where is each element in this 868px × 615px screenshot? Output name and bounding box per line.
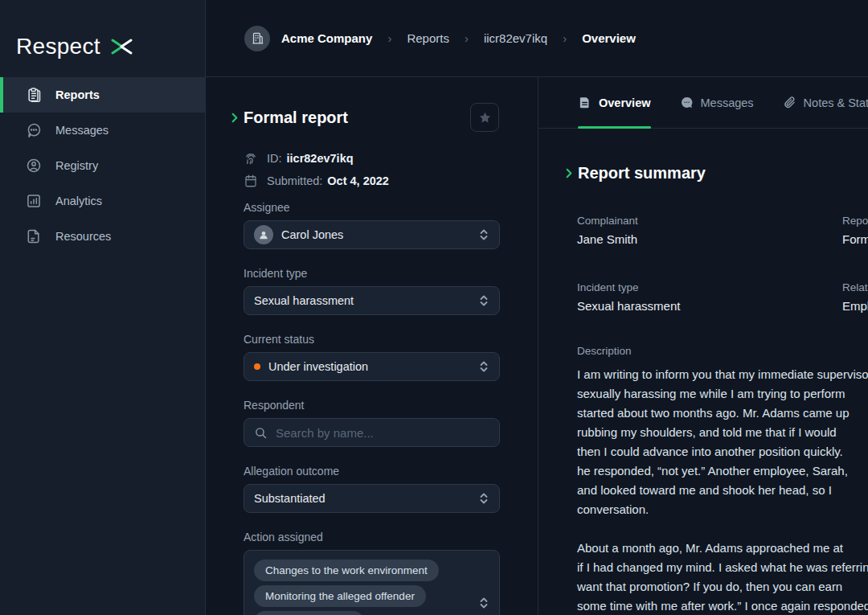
search-icon: [254, 426, 268, 440]
description-paragraph: I am writing to inform you that my immed…: [577, 365, 868, 519]
company-avatar: [244, 26, 270, 51]
assignee-select[interactable]: Carol Jones: [244, 220, 500, 249]
action-pill: Monitoring the alleged offender: [254, 585, 426, 607]
description-line: he responded, “not yet.” Another employe…: [577, 464, 848, 478]
report-panel-heading: Formal report: [228, 103, 499, 132]
sidebar-item-analytics[interactable]: Analytics: [0, 183, 205, 219]
avatar: [254, 225, 273, 244]
description-paragraph: About a month ago, Mr. Adams approached …: [577, 539, 868, 615]
clipboard-icon: [26, 87, 42, 103]
summary-field-incident-type: Incident type Sexual harassment: [577, 281, 842, 313]
chevron-right-icon: ›: [461, 31, 473, 45]
detail-panel: Overview Messages Notes & Statements: [538, 77, 868, 615]
chevron-updown-icon: [478, 492, 489, 505]
description-line: started about two months ago. Mr. Adams …: [577, 406, 850, 420]
breadcrumb-bar: Acme Company › Reports › iicr82ev7ikq › …: [206, 0, 868, 77]
report-id-row: ID:iicr82ev7ikq: [244, 151, 499, 166]
sidebar: Respect Reports Messages: [0, 0, 206, 615]
bookmark-button[interactable]: [470, 103, 499, 132]
assignee-label: Assignee: [244, 201, 500, 214]
sidebar-item-reports[interactable]: Reports: [0, 77, 205, 113]
description-section: Description I am writing to inform you t…: [577, 345, 868, 615]
sidebar-nav: Reports Messages Registry Analytics: [0, 77, 205, 254]
summary-title: Report summary: [578, 164, 706, 182]
field-value: Formal: [842, 232, 868, 246]
action-assigned-select[interactable]: Changes to the work environment Monitori…: [244, 550, 500, 615]
chevron-right-icon[interactable]: [228, 112, 240, 124]
action-assigned-label: Action assigned: [244, 531, 500, 543]
field-label: Complainant: [577, 215, 842, 227]
chat-bubble-icon: [26, 122, 42, 138]
tab-label: Overview: [599, 96, 651, 109]
document-icon: [26, 228, 42, 244]
description-line: some time with me after work.” I once ag…: [577, 599, 868, 613]
tab-bar: Overview Messages Notes & Statements: [538, 77, 868, 129]
sidebar-item-label: Resources: [55, 230, 111, 243]
respondent-label: Respondent: [244, 399, 500, 412]
assignee-value: Carol Jones: [281, 228, 343, 241]
allegation-outcome-value: Substantiated: [254, 492, 326, 505]
chat-bubble-icon: [680, 96, 694, 109]
current-status-label: Current status: [244, 333, 500, 346]
report-submitted-value: Oct 4, 2022: [327, 174, 389, 187]
chevron-updown-icon: [478, 228, 489, 241]
description-line: and looked toward me and shook her head,…: [577, 483, 832, 497]
summary-field-complainant: Complainant Jane Smith: [577, 215, 842, 246]
breadcrumb-company[interactable]: Acme Company: [281, 31, 372, 45]
description-line: About a month ago, Mr. Adams approached …: [577, 541, 843, 555]
report-meta: ID:iicr82ev7ikq Submitted:Oct 4, 2022: [244, 151, 499, 188]
report-title: Formal report: [244, 109, 348, 127]
chevron-updown-icon: [478, 597, 489, 613]
current-status-value: Under investigation: [268, 360, 368, 373]
sidebar-item-registry[interactable]: Registry: [0, 148, 205, 183]
current-status-select[interactable]: Under investigation: [244, 352, 500, 381]
paperclip-icon: [783, 96, 796, 109]
incident-type-label: Incident type: [244, 267, 500, 280]
sidebar-item-messages[interactable]: Messages: [0, 113, 205, 148]
action-pill: Changes to the work environment: [254, 560, 439, 581]
description-line: if I had changed my mind. I asked what h…: [577, 560, 868, 574]
field-value: Sexual harassment: [577, 299, 842, 313]
status-dot-icon: [254, 363, 260, 370]
field-value: Jane Smith: [577, 232, 842, 246]
description-line: I am writing to inform you that my immed…: [577, 367, 868, 381]
field-label: Relationship: [842, 281, 868, 293]
action-pill: Disciplinary action: [254, 611, 364, 615]
respondent-search-input[interactable]: [276, 426, 489, 440]
tab-messages[interactable]: Messages: [680, 77, 754, 128]
description-line: rubbing my shoulders, and told me that i…: [577, 425, 837, 439]
app-root: Respect Reports Messages: [0, 0, 868, 615]
breadcrumb-report-id[interactable]: iicr82ev7ikq: [484, 31, 547, 45]
respondent-search: [244, 418, 500, 447]
allegation-outcome-select[interactable]: Substantiated: [244, 484, 500, 513]
description-line: then I could advance into another positi…: [577, 445, 843, 458]
breadcrumb-reports[interactable]: Reports: [407, 31, 449, 45]
overview-content: Report summary Complainant Jane Smith Re…: [538, 129, 868, 615]
person-circle-icon: [26, 158, 42, 174]
field-label: Report type: [842, 215, 868, 227]
bar-chart-icon: [26, 193, 42, 209]
description-line: sexually harassing me while I am trying …: [577, 387, 845, 400]
summary-grid: Complainant Jane Smith Report type Forma…: [577, 215, 868, 313]
overview-doc-icon: [578, 96, 592, 109]
summary-heading: Report summary: [563, 164, 868, 182]
fingerprint-icon: [244, 151, 258, 166]
logo-text: Respect: [16, 34, 100, 59]
report-fields: Assignee Carol Jones Incident type Sexua…: [244, 201, 500, 615]
sidebar-item-label: Reports: [55, 88, 100, 101]
calendar-icon: [244, 174, 258, 188]
chevron-right-icon: ›: [559, 31, 571, 45]
report-id-value: iicr82ev7ikq: [287, 152, 354, 165]
chevron-right-icon[interactable]: [563, 167, 575, 179]
allegation-outcome-label: Allegation outcome: [244, 465, 500, 478]
report-submitted-row: Submitted:Oct 4, 2022: [244, 174, 499, 188]
sidebar-item-resources[interactable]: Resources: [0, 219, 205, 254]
breadcrumb-current: Overview: [582, 31, 636, 45]
incident-type-select[interactable]: Sexual harassment: [244, 286, 500, 315]
tab-notes-statements[interactable]: Notes & Statements: [783, 77, 868, 128]
chevron-right-icon: ›: [383, 31, 395, 45]
description-label: Description: [577, 345, 868, 357]
report-id-label: ID:: [267, 152, 282, 165]
logo[interactable]: Respect: [0, 0, 205, 72]
tab-overview[interactable]: Overview: [578, 77, 651, 128]
